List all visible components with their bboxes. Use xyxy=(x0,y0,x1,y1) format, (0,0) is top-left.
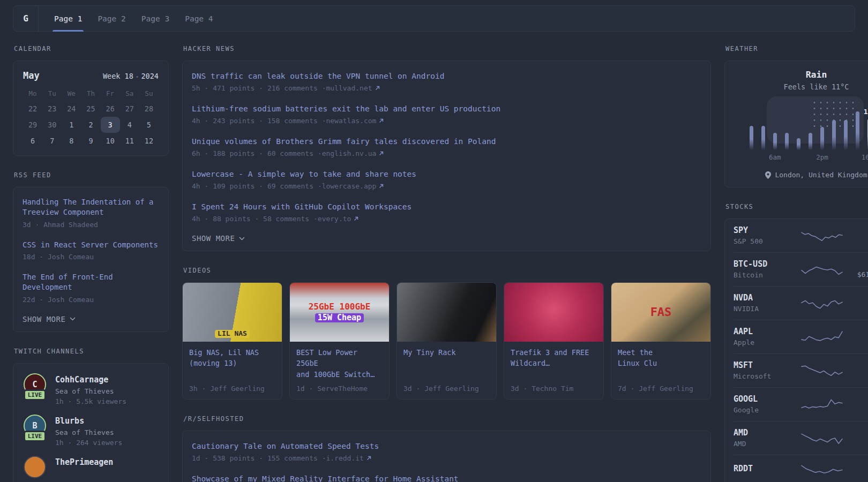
twitch-channel-info: Blurbs Sea of Thieves 1h · 264 viewers xyxy=(55,415,122,447)
calendar-day: 9 xyxy=(81,133,100,149)
twitch-list: C LIVE CohhCarnage Sea of Thieves 1h · 5… xyxy=(22,373,160,478)
weather-bar-slot xyxy=(852,111,864,150)
video-title[interactable]: BEST Low Power 25GbE and 100GbE Switch… xyxy=(296,347,383,380)
weekday-label: Fr xyxy=(101,86,120,101)
stock-row[interactable]: AMD AMD +2.94% $150.45 xyxy=(734,421,868,455)
hackernews-item-title[interactable]: Lowercase - A simple way to take and sha… xyxy=(192,169,701,179)
stock-row[interactable]: SPY S&P 500 +1.29% $511.57 xyxy=(734,219,868,252)
calendar-day: 22 xyxy=(23,101,42,117)
sparkline-chart xyxy=(802,430,842,446)
stock-symbol: MSFT xyxy=(734,360,791,370)
weather-bar-slot: 12° xyxy=(864,119,868,150)
page-tab[interactable]: Page 4 xyxy=(185,6,213,31)
stock-row[interactable]: MSFT Microsoft +2.16% $406.43 xyxy=(734,353,868,387)
meta-domain: lowercase.app xyxy=(322,182,377,190)
twitch-game: Sea of Thieves xyxy=(55,428,122,436)
reddit-list: Cautionary Tale on Automated Speed Tests… xyxy=(192,441,701,482)
hackernews-item-title[interactable]: DNS traffic can leak outside the VPN tun… xyxy=(192,71,701,81)
weather-location-text: London, United Kingdom xyxy=(775,171,867,179)
weather-axis-label: 2pm xyxy=(816,153,828,161)
stock-sparkline-wrap xyxy=(791,430,852,446)
calendar-day: 27 xyxy=(120,101,139,117)
twitch-avatar[interactable]: C LIVE xyxy=(22,373,48,405)
video-thumbnail[interactable] xyxy=(504,283,603,342)
stock-sparkline-wrap xyxy=(791,396,852,412)
video-title[interactable]: My Tiny Rack xyxy=(403,347,490,380)
external-link-icon xyxy=(379,118,384,123)
reddit-item-title[interactable]: Cautionary Tale on Automated Speed Tests xyxy=(192,441,701,451)
page-tab[interactable]: Page 3 xyxy=(141,6,169,31)
stock-change: -1.65% xyxy=(852,465,868,473)
video-thumbnail[interactable]: 25GbE 100GbE15W Cheap xyxy=(290,283,389,342)
twitch-avatar[interactable] xyxy=(22,456,48,478)
rss-show-more-button[interactable]: SHOW MORE xyxy=(23,315,76,323)
weather-bar-slot xyxy=(792,138,804,150)
video-info: BEST Low Power 25GbE and 100GbE Switch… … xyxy=(290,342,389,399)
video-thumbnail[interactable]: LIL NAS xyxy=(183,283,282,342)
weather-temp-bar xyxy=(761,126,765,150)
weather-bar-slot xyxy=(828,120,840,150)
app-logo[interactable]: G xyxy=(13,6,39,31)
stock-price: $888.40 xyxy=(852,304,868,312)
calendar-day: 5 xyxy=(139,117,159,133)
page-tab[interactable]: Page 2 xyxy=(98,6,125,31)
meta-text: 4h · 88 points · 58 comments · xyxy=(192,215,318,223)
stock-identity: GOOGL Google xyxy=(734,394,791,414)
stock-row[interactable]: GOOGL Google +0.10% $166.78 xyxy=(734,387,868,421)
stock-values: +3.52% $888.40 xyxy=(852,294,868,312)
weather-temp-bar xyxy=(820,127,824,150)
hackernews-item-title[interactable]: Lithium-free sodium batteries exit the l… xyxy=(192,103,701,114)
stock-sparkline-wrap xyxy=(791,329,852,345)
rss-item-title[interactable]: Handling The Indentation of a Treeview C… xyxy=(23,197,159,218)
weather-bar-slot xyxy=(781,133,792,150)
twitch-avatar[interactable]: B LIVE xyxy=(22,415,48,447)
video-thumbnail[interactable] xyxy=(397,283,496,342)
stock-row[interactable]: NVDA NVIDIA +3.52% $888.40 xyxy=(734,286,868,320)
stock-name: Bitcoin xyxy=(734,271,791,279)
chevron-down-icon xyxy=(239,237,245,240)
calendar-section-title: CALENDAR xyxy=(14,45,169,52)
video-meta: 7d · Jeff Geerling xyxy=(618,385,704,393)
video-title[interactable]: Traefik 3 and FREE Wildcard… xyxy=(511,347,597,380)
rss-widget: RSS FEED Handling The Indentation of a T… xyxy=(13,171,169,332)
twitch-channel-name[interactable]: Blurbs xyxy=(55,416,122,426)
twitch-channel-info: CohhCarnage Sea of Thieves 1h · 5.5k vie… xyxy=(55,373,126,405)
video-title[interactable]: Big NAS, Lil NAS (moving 13) xyxy=(189,347,275,380)
rss-item-title[interactable]: CSS in React Server Components xyxy=(23,240,159,250)
stock-row[interactable]: BTC-USD Bitcoin +4.40% $61,725.48 xyxy=(734,252,868,286)
sparkline-chart xyxy=(802,462,842,478)
weather-widget: WEATHER Rain Feels like 11°C 12° 6am2pm1… xyxy=(724,45,868,187)
stock-change: +0.10% xyxy=(852,395,868,403)
videos-widget: VIDEOS LIL NAS Big NAS, Lil NAS (moving … xyxy=(182,267,711,400)
twitch-channel-name[interactable]: CohhCarnage xyxy=(55,375,126,385)
stock-price: $150.45 xyxy=(852,439,868,447)
location-pin-icon xyxy=(765,171,771,179)
chevron-down-icon xyxy=(70,317,76,321)
reddit-item-title[interactable]: Showcase of my Mixed Reality Interface f… xyxy=(192,473,701,482)
stock-row[interactable]: AAPL Apple +6.87% $184.91 xyxy=(734,320,868,353)
page-tab[interactable]: Page 1 xyxy=(54,6,82,31)
weather-chart: 12° xyxy=(745,104,868,150)
stock-identity: RDDT xyxy=(734,464,791,476)
hackernews-show-more-button[interactable]: SHOW MORE xyxy=(192,234,245,243)
stock-row[interactable]: RDDT -1.65% xyxy=(734,455,868,482)
stock-symbol: GOOGL xyxy=(734,394,791,404)
stock-name: S&P 500 xyxy=(734,237,791,245)
meta-text: 4h · 109 points · 69 comments · xyxy=(192,182,322,190)
hackernews-item-title[interactable]: I Spent 24 Hours with GitHub Copilot Wor… xyxy=(192,201,701,212)
calendar-year: 2024 xyxy=(141,72,159,80)
calendar-day: 10 xyxy=(101,133,120,149)
stock-symbol: AMD xyxy=(734,428,791,438)
stock-change: +1.29% xyxy=(852,227,868,235)
reddit-item-meta: 1d · 538 points · 155 comments · i.redd.… xyxy=(192,454,701,462)
twitch-channel-name[interactable]: ThePrimeagen xyxy=(55,457,113,467)
weather-bar-slot xyxy=(757,126,769,150)
hackernews-item-title[interactable]: Unique volumes of Brothers Grimm fairy t… xyxy=(192,136,701,147)
hackernews-item: Unique volumes of Brothers Grimm fairy t… xyxy=(192,136,701,157)
sparkline-chart xyxy=(802,363,842,379)
weekday-label: We xyxy=(62,86,81,101)
sparkline-chart xyxy=(802,261,842,277)
video-thumbnail[interactable]: FAS xyxy=(611,283,710,342)
video-title[interactable]: Meet the Linux Clu xyxy=(618,347,704,380)
rss-item-title[interactable]: The End of Front-End Development xyxy=(23,272,159,293)
